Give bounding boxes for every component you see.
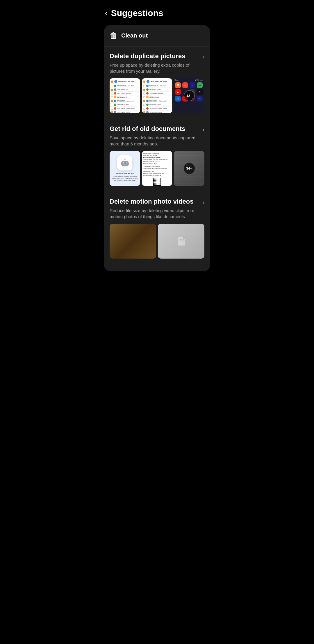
suggestion-heading-2: Get rid of old documents xyxy=(110,125,200,133)
page-title: Suggestions xyxy=(111,8,163,18)
chevron-icon-2: › xyxy=(202,126,204,133)
thumbnails-row-3: 📄 xyxy=(104,220,210,264)
suggestion-duplicate-pictures[interactable]: Delete duplicate pictures › Free up spac… xyxy=(104,46,210,119)
thumbnail-contact-list-1: 9428023463 Raj Shah 07926607106... Umi M… xyxy=(110,78,140,113)
thumbnails-row-2: 🤖 What can this bot do? Copilot uses the… xyxy=(104,147,210,192)
suggestion-desc-3: Reduce file size by deleting video clips… xyxy=(110,207,204,220)
thumbnails-row-1: 9428023463 Raj Shah 07926607106... Umi M… xyxy=(104,74,210,119)
thumbnail-white-doc: 📄 xyxy=(158,224,204,259)
main-card: 🗑 Clean out Delete duplicate pictures › … xyxy=(104,25,210,271)
suggestion-desc-1: Free up space by deleting extra copies o… xyxy=(110,62,204,74)
thumbnail-sofa xyxy=(110,224,156,259)
thumbnail-beta-doc: 🤖 What can this bot do? Copilot uses the… xyxy=(110,151,140,186)
back-button[interactable]: ‹ xyxy=(105,9,108,18)
phone-screen-badge: 12+ xyxy=(184,90,195,101)
thumbnail-phone-screen: Case 🔊 360 audio 🖼 M h 📷 ▶ 🎵 ✕ 🪁 ♫ xyxy=(174,78,204,113)
section-header: 🗑 Clean out xyxy=(104,31,210,46)
thumbnail-contact-list-2: 9428023463 Raj Shah 07926607106... Umi M… xyxy=(142,78,172,113)
suggestion-motion-photos[interactable]: Delete motion photo videos › Reduce file… xyxy=(104,192,210,264)
paper-doc-badge: 34+ xyxy=(183,162,195,175)
section-title: Clean out xyxy=(121,32,148,39)
chevron-icon-3: › xyxy=(202,199,204,206)
suggestion-heading-3: Delete motion photo videos xyxy=(110,198,200,205)
suggestion-desc-2: Save space by deleting documents capture… xyxy=(110,135,204,147)
clean-icon: 🗑 xyxy=(110,31,118,40)
suggestion-heading-1: Delete duplicate pictures xyxy=(110,52,200,60)
thumbnail-booking-doc: Booking Date : 07/05/2024 Visit Date : (… xyxy=(142,151,172,186)
suggestion-old-documents[interactable]: Get rid of old documents › Save space by… xyxy=(104,119,210,192)
thumbnail-paper-doc: 34+ xyxy=(174,151,204,186)
header: ‹ Suggestions xyxy=(100,0,214,23)
chevron-icon-1: › xyxy=(202,54,204,60)
